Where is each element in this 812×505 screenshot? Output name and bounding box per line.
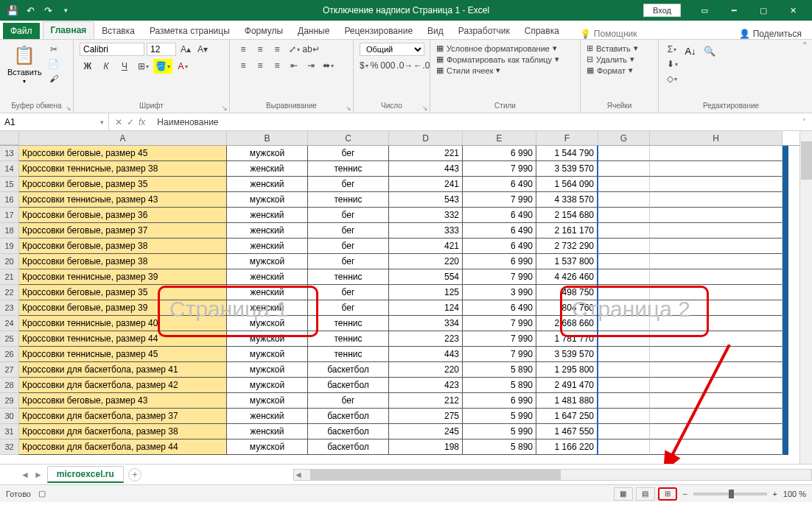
cell[interactable]: Кроссовки теннисные, размер 40 [19,316,227,331]
minimize-icon[interactable]: ━ [719,0,749,21]
increase-indent-icon[interactable]: ⇥ [304,59,318,72]
cell[interactable]: женский [227,208,308,223]
underline-button[interactable]: Ч [116,59,133,74]
cell[interactable]: мужской [227,378,308,393]
cell[interactable]: 4 338 570 [536,192,598,208]
cell[interactable]: 1 295 800 [536,362,598,378]
cell[interactable] [650,378,783,393]
cell[interactable] [783,161,788,177]
cell[interactable]: бег [308,208,389,223]
percent-icon[interactable]: % [371,59,379,72]
cell[interactable]: 221 [389,146,463,161]
cell[interactable]: 223 [389,331,463,347]
cell[interactable] [598,362,650,378]
cell[interactable] [783,192,788,208]
cell[interactable]: 2 668 660 [536,316,598,331]
row-header[interactable]: 24 [0,316,19,331]
cell[interactable]: Кроссовки беговые, размер 37 [19,223,227,239]
format-cells-button[interactable]: ▦Формат ▾ [587,65,652,76]
sheet-nav-prev-icon[interactable]: ◄ [21,470,29,480]
view-normal-button[interactable]: ▦ [614,487,633,501]
cell[interactable]: женский [227,409,308,424]
zoom-out-button[interactable]: − [680,490,690,498]
cell[interactable]: 543 [389,192,463,208]
cell[interactable] [598,208,650,223]
cell[interactable]: бег [308,239,389,254]
cell[interactable]: мужской [227,439,308,455]
font-color-icon[interactable]: A [175,59,191,74]
cell[interactable]: Кроссовки для баскетбола, размер 42 [19,378,227,393]
cell[interactable] [598,254,650,269]
macro-record-icon[interactable]: ▢ [38,489,46,498]
cell[interactable]: Кроссовки теннисные, размер 43 [19,192,227,208]
cell[interactable]: мужской [227,347,308,362]
cell[interactable]: 5 890 [463,439,536,455]
format-painter-icon[interactable]: 🖌 [46,72,61,85]
cell[interactable]: 220 [389,254,463,269]
cell[interactable]: 7 990 [463,192,536,208]
cell[interactable] [598,285,650,300]
cell[interactable]: 6 490 [463,208,536,223]
cell[interactable]: 5 890 [463,378,536,393]
copy-icon[interactable]: 📄 [46,57,61,71]
decrease-font-icon[interactable]: A▾ [195,43,210,56]
tab-data[interactable]: Данные [290,23,337,39]
cell[interactable] [783,316,788,331]
cell[interactable] [783,362,788,378]
thousands-icon[interactable]: 000 [380,59,395,72]
sheet-nav-next-icon[interactable]: ► [34,470,43,480]
cell[interactable]: мужской [227,146,308,161]
row-header[interactable]: 27 [0,362,19,378]
cell[interactable]: 7 990 [463,331,536,347]
cell[interactable]: мужской [227,254,308,269]
cell[interactable]: 2 491 470 [536,378,598,393]
cell[interactable] [783,223,788,239]
row-header[interactable]: 21 [0,269,19,285]
cell[interactable]: бег [308,146,389,161]
merge-icon[interactable]: ⬌ [321,59,335,72]
cell[interactable]: Кроссовки беговые, размер 39 [19,300,227,316]
accounting-icon[interactable]: $ [360,59,368,72]
cell[interactable]: бег [308,254,389,269]
find-select-button[interactable]: 🔍 [701,43,718,59]
cell[interactable] [598,146,650,161]
cell[interactable]: 125 [389,285,463,300]
view-page-break-button[interactable]: ⊞ [658,487,677,501]
cell[interactable]: Кроссовки теннисные, размер 39 [19,269,227,285]
cell[interactable]: 4 426 460 [536,269,598,285]
align-middle-icon[interactable]: ≡ [253,43,267,56]
cell[interactable] [650,300,783,316]
cell[interactable]: 6 490 [463,177,536,192]
cell[interactable] [598,439,650,455]
align-bottom-icon[interactable]: ≡ [270,43,284,56]
cell[interactable]: 1 166 220 [536,439,598,455]
cell[interactable] [598,269,650,285]
cell[interactable]: 333 [389,223,463,239]
tab-developer[interactable]: Разработчик [451,23,517,39]
tab-help[interactable]: Справка [517,23,567,39]
cell[interactable]: бег [308,393,389,409]
cell[interactable]: бег [308,285,389,300]
zoom-slider[interactable] [693,492,767,495]
row-header[interactable]: 14 [0,161,19,177]
row-header[interactable]: 18 [0,223,19,239]
cell[interactable] [783,300,788,316]
cell[interactable] [598,300,650,316]
name-box[interactable]: A1▾ [0,113,109,130]
cell[interactable] [783,177,788,192]
add-sheet-button[interactable]: ＋ [128,468,141,481]
zoom-level[interactable]: 100 % [783,490,806,498]
cell[interactable]: Кроссовки беговые, размер 45 [19,146,227,161]
cell[interactable]: 6 490 [463,223,536,239]
cell[interactable]: 245 [389,424,463,439]
cell[interactable]: баскетбол [308,362,389,378]
cell[interactable] [650,208,783,223]
row-header[interactable]: 26 [0,347,19,362]
enter-formula-icon[interactable]: ✓ [127,117,134,127]
cell[interactable]: женский [227,223,308,239]
cell[interactable]: 3 990 [463,285,536,300]
row-header[interactable]: 32 [0,439,19,455]
cell[interactable]: Кроссовки беговые, размер 35 [19,285,227,300]
ribbon-options-icon[interactable]: ▭ [690,0,719,21]
cell[interactable] [650,146,783,161]
